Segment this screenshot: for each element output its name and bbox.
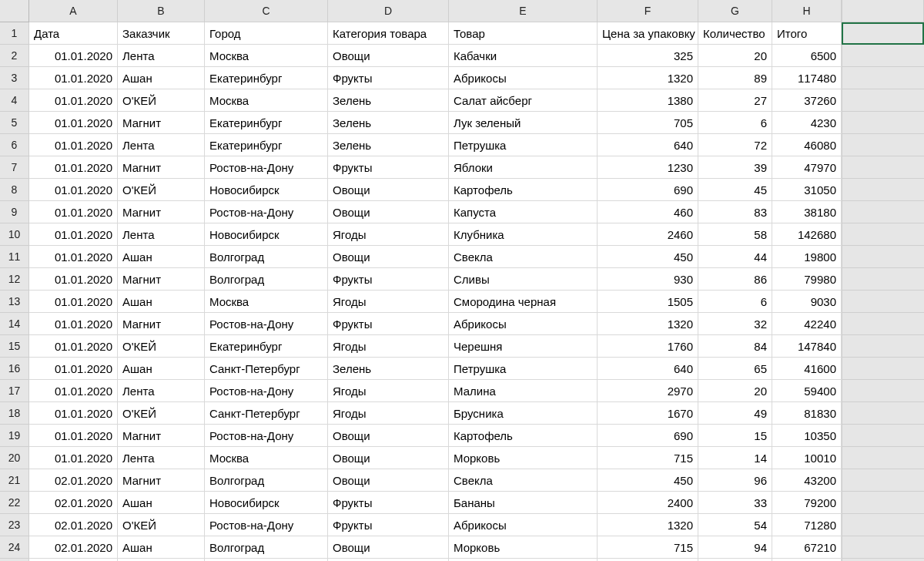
cell-C20[interactable]: Москва: [205, 447, 328, 469]
cell-A22[interactable]: 02.01.2020: [29, 492, 118, 514]
cell-D7[interactable]: Фрукты: [328, 156, 449, 179]
cell-C2[interactable]: Москва: [205, 45, 328, 67]
cell-H18[interactable]: 81830: [772, 402, 842, 425]
cell-F21[interactable]: 450: [598, 469, 698, 492]
cell-C7[interactable]: Ростов-на-Дону: [205, 156, 328, 179]
cell-C15[interactable]: Екатеринбург: [205, 335, 328, 358]
cell-A5[interactable]: 01.01.2020: [29, 112, 118, 134]
cell-F13[interactable]: 1505: [598, 291, 698, 313]
cell-G12[interactable]: 86: [698, 268, 772, 291]
cell-C4[interactable]: Москва: [205, 89, 328, 112]
cell-A20[interactable]: 01.01.2020: [29, 447, 118, 469]
col-header-G[interactable]: G: [698, 0, 772, 22]
cell-H1[interactable]: Итого: [772, 22, 842, 45]
cell-F11[interactable]: 450: [598, 246, 698, 268]
row-header-3[interactable]: 3: [0, 67, 29, 89]
cell-C5[interactable]: Екатеринбург: [205, 112, 328, 134]
cell-A9[interactable]: 01.01.2020: [29, 201, 118, 223]
cell-F5[interactable]: 705: [598, 112, 698, 134]
cell-D19[interactable]: Овощи: [328, 425, 449, 447]
cell-H13[interactable]: 9030: [772, 291, 842, 313]
row-header-21[interactable]: 21: [0, 469, 29, 492]
cell-D21[interactable]: Овощи: [328, 469, 449, 492]
cell-G14[interactable]: 32: [698, 313, 772, 335]
cell-H5[interactable]: 4230: [772, 112, 842, 134]
cell-B8[interactable]: О'КЕЙ: [118, 179, 205, 201]
cell-B18[interactable]: О'КЕЙ: [118, 402, 205, 425]
cell-H10[interactable]: 142680: [772, 223, 842, 246]
cell-B9[interactable]: Магнит: [118, 201, 205, 223]
cell-B15[interactable]: О'КЕЙ: [118, 335, 205, 358]
cell-E7[interactable]: Яблоки: [449, 156, 598, 179]
cell-F15[interactable]: 1760: [598, 335, 698, 358]
cell-F2[interactable]: 325: [598, 45, 698, 67]
cell-E6[interactable]: Петрушка: [449, 134, 598, 156]
cell-C10[interactable]: Новосибирск: [205, 223, 328, 246]
cell-G11[interactable]: 44: [698, 246, 772, 268]
cell-C16[interactable]: Санкт-Петербург: [205, 358, 328, 380]
cell-G23[interactable]: 54: [698, 514, 772, 536]
cell-H12[interactable]: 79980: [772, 268, 842, 291]
cell-G15[interactable]: 84: [698, 335, 772, 358]
cell-D11[interactable]: Овощи: [328, 246, 449, 268]
cell-E10[interactable]: Клубника: [449, 223, 598, 246]
row-header-23[interactable]: 23: [0, 514, 29, 536]
cell-C13[interactable]: Москва: [205, 291, 328, 313]
cell-B4[interactable]: О'КЕЙ: [118, 89, 205, 112]
cell-A17[interactable]: 01.01.2020: [29, 380, 118, 402]
cell-E8[interactable]: Картофель: [449, 179, 598, 201]
cell-A23[interactable]: 02.01.2020: [29, 514, 118, 536]
row-header-20[interactable]: 20: [0, 447, 29, 469]
cell-D24[interactable]: Овощи: [328, 536, 449, 559]
row-header-15[interactable]: 15: [0, 335, 29, 358]
cell-B5[interactable]: Магнит: [118, 112, 205, 134]
row-header-17[interactable]: 17: [0, 380, 29, 402]
cell-E3[interactable]: Абрикосы: [449, 67, 598, 89]
cell-G5[interactable]: 6: [698, 112, 772, 134]
cell-B7[interactable]: Магнит: [118, 156, 205, 179]
cell-B12[interactable]: Магнит: [118, 268, 205, 291]
cell-E14[interactable]: Абрикосы: [449, 313, 598, 335]
row-header-2[interactable]: 2: [0, 45, 29, 67]
cell-I1[interactable]: [842, 22, 924, 45]
cell-F16[interactable]: 640: [598, 358, 698, 380]
cell-D4[interactable]: Зелень: [328, 89, 449, 112]
cell-H21[interactable]: 43200: [772, 469, 842, 492]
col-header-I[interactable]: [842, 0, 924, 22]
cell-E18[interactable]: Брусника: [449, 402, 598, 425]
cell-C18[interactable]: Санкт-Петербург: [205, 402, 328, 425]
cell-G24[interactable]: 94: [698, 536, 772, 559]
cell-C21[interactable]: Волгоград: [205, 469, 328, 492]
row-header-12[interactable]: 12: [0, 268, 29, 291]
cell-G8[interactable]: 45: [698, 179, 772, 201]
cell-D9[interactable]: Овощи: [328, 201, 449, 223]
cell-D12[interactable]: Фрукты: [328, 268, 449, 291]
cell-C9[interactable]: Ростов-на-Дону: [205, 201, 328, 223]
row-header-19[interactable]: 19: [0, 425, 29, 447]
cell-D17[interactable]: Ягоды: [328, 380, 449, 402]
row-header-14[interactable]: 14: [0, 313, 29, 335]
row-header-7[interactable]: 7: [0, 156, 29, 179]
cell-C22[interactable]: Новосибирск: [205, 492, 328, 514]
cell-D8[interactable]: Овощи: [328, 179, 449, 201]
cell-E1[interactable]: Товар: [449, 22, 598, 45]
cell-A1[interactable]: Дата: [29, 22, 118, 45]
cell-E2[interactable]: Кабачки: [449, 45, 598, 67]
row-header-6[interactable]: 6: [0, 134, 29, 156]
row-header-5[interactable]: 5: [0, 112, 29, 134]
cell-E4[interactable]: Салат айсберг: [449, 89, 598, 112]
cell-E23[interactable]: Абрикосы: [449, 514, 598, 536]
cell-A13[interactable]: 01.01.2020: [29, 291, 118, 313]
col-header-H[interactable]: H: [772, 0, 842, 22]
cell-D14[interactable]: Фрукты: [328, 313, 449, 335]
cell-A14[interactable]: 01.01.2020: [29, 313, 118, 335]
cell-F24[interactable]: 715: [598, 536, 698, 559]
cell-F14[interactable]: 1320: [598, 313, 698, 335]
cell-D15[interactable]: Ягоды: [328, 335, 449, 358]
cell-D2[interactable]: Овощи: [328, 45, 449, 67]
cell-E16[interactable]: Петрушка: [449, 358, 598, 380]
cell-G21[interactable]: 96: [698, 469, 772, 492]
cell-H3[interactable]: 117480: [772, 67, 842, 89]
cell-E22[interactable]: Бананы: [449, 492, 598, 514]
cell-G20[interactable]: 14: [698, 447, 772, 469]
